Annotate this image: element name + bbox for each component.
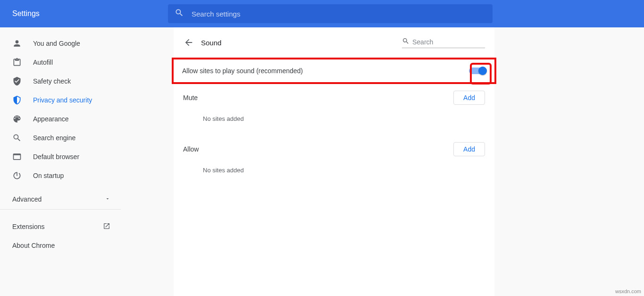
mute-empty-text: No sites added	[174, 105, 494, 135]
sidebar-item-label: Appearance	[33, 115, 69, 123]
sidebar-extensions[interactable]: Extensions	[0, 217, 121, 236]
sidebar-item-privacy-and-security[interactable]: Privacy and security	[0, 91, 121, 110]
allow-sound-toggle[interactable]	[469, 68, 486, 74]
search-icon	[402, 37, 410, 47]
clipboard-icon	[12, 58, 22, 67]
allow-sound-row[interactable]: Allow sites to play sound (recommended)	[174, 59, 494, 82]
sidebar-item-appearance[interactable]: Appearance	[0, 110, 121, 128]
mute-section-label: Mute	[183, 94, 198, 101]
highlight-allow-sound-row: Allow sites to play sound (recommended)	[172, 58, 496, 84]
sidebar-about-label: About Chrome	[12, 242, 55, 249]
sidebar: You and Google Autofill Safety check Pri…	[0, 27, 121, 296]
sidebar-item-label: Safety check	[33, 77, 71, 85]
sidebar-advanced-label: Advanced	[12, 195, 42, 203]
allow-sound-label: Allow sites to play sound (recommended)	[182, 67, 303, 75]
chevron-down-icon	[105, 195, 110, 203]
sidebar-item-search-engine[interactable]: Search engine	[0, 128, 121, 147]
sidebar-item-default-browser[interactable]: Default browser	[0, 147, 121, 166]
app-title: Settings	[12, 9, 168, 18]
sidebar-about[interactable]: About Chrome	[0, 236, 121, 255]
search-icon	[12, 133, 22, 143]
shield-icon	[12, 95, 22, 105]
allow-section-header: Allow Add	[174, 135, 494, 156]
open-external-icon	[103, 222, 110, 231]
search-icon	[175, 8, 184, 19]
sidebar-item-safety-check[interactable]: Safety check	[0, 72, 121, 91]
shield-check-icon	[12, 76, 22, 86]
app-header: Settings	[0, 0, 644, 27]
browser-icon	[12, 152, 22, 161]
sidebar-item-label: On startup	[33, 172, 64, 179]
palette-icon	[12, 114, 22, 124]
global-search[interactable]	[168, 4, 493, 23]
allow-empty-text: No sites added	[174, 156, 494, 187]
sidebar-item-on-startup[interactable]: On startup	[0, 166, 121, 185]
sidebar-item-label: Default browser	[33, 153, 79, 161]
sidebar-item-label: You and Google	[33, 40, 80, 47]
sidebar-item-label: Privacy and security	[33, 96, 92, 104]
sidebar-item-you-and-google[interactable]: You and Google	[0, 34, 121, 53]
person-icon	[12, 39, 22, 48]
mute-section-header: Mute Add	[174, 84, 494, 105]
power-icon	[12, 171, 22, 180]
sidebar-item-label: Search engine	[33, 134, 75, 142]
back-button[interactable]	[183, 37, 194, 48]
page-title: Sound	[201, 39, 402, 47]
allow-section-label: Allow	[183, 145, 199, 153]
watermark: wsxdn.com	[615, 288, 641, 294]
allow-add-button[interactable]: Add	[453, 142, 485, 156]
sidebar-advanced[interactable]: Advanced	[0, 189, 121, 210]
global-search-input[interactable]	[192, 10, 486, 18]
sidebar-item-autofill[interactable]: Autofill	[0, 53, 121, 72]
toggle-knob	[478, 67, 487, 75]
content-panel: Sound Allow sites to play sound (recomme…	[174, 27, 494, 296]
sidebar-extensions-label: Extensions	[12, 223, 44, 230]
page-search[interactable]	[402, 37, 485, 48]
page-search-input[interactable]	[412, 38, 485, 46]
content-header: Sound	[174, 27, 494, 58]
mute-add-button[interactable]: Add	[453, 91, 485, 105]
sidebar-item-label: Autofill	[33, 59, 53, 66]
